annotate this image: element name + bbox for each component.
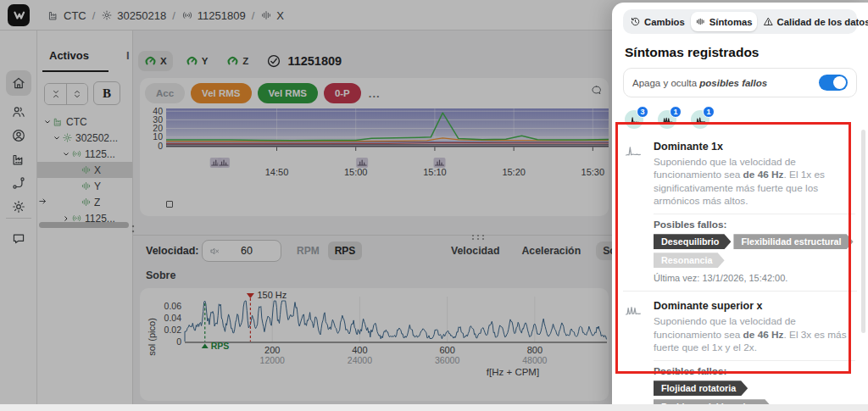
- waveform-icon: [81, 164, 92, 175]
- axis-toggle-z[interactable]: Z: [220, 51, 254, 71]
- tree-item-Z[interactable]: Z: [37, 194, 133, 210]
- chart-legend-toggle-icon[interactable]: [166, 201, 173, 208]
- measure-pill-0-p[interactable]: 0-P: [324, 83, 361, 103]
- speed-input[interactable]: [225, 244, 268, 258]
- more-options-button[interactable]: ...: [369, 87, 381, 100]
- symptom-chip-spectrum-multi[interactable]: 1: [658, 106, 682, 129]
- tree-item-Y[interactable]: Y: [37, 178, 133, 194]
- home-icon: [11, 75, 26, 91]
- assets-panel: Activos I B CTC302502...1125...XYZ1125..…: [37, 31, 133, 411]
- tab-activos-underline: [42, 70, 108, 72]
- gauge-icon: [226, 55, 239, 68]
- tree-toolbar: [44, 83, 88, 105]
- possible-failures-toggle-card: Apaga y oculta posibles fallos: [623, 68, 857, 97]
- symptom-chip-spectrum-2x[interactable]: 1: [691, 106, 715, 129]
- unit-option-rps[interactable]: RPS: [328, 242, 363, 260]
- factory-icon: [11, 152, 26, 167]
- check-circle-icon: [266, 53, 281, 69]
- chevron-down-icon[interactable]: [42, 118, 53, 126]
- tab-partial[interactable]: I: [126, 49, 130, 62]
- panel-tab-cambios[interactable]: Cambios: [626, 12, 689, 31]
- rail-item-chat[interactable]: [6, 226, 31, 252]
- rail-item-route[interactable]: [6, 170, 31, 196]
- tree-horizontal-scrollbar[interactable]: [39, 222, 129, 228]
- breadcrumb-item[interactable]: CTC: [47, 9, 86, 22]
- comment-button[interactable]: [590, 84, 603, 97]
- rail-item-users[interactable]: [6, 99, 31, 125]
- failure-tags: DesequilibrioFlexibilidad estructuralRes…: [654, 234, 855, 268]
- failure-tag[interactable]: Resonancia: [654, 253, 725, 268]
- route-icon: [11, 175, 26, 191]
- waveform-icon: [81, 197, 92, 208]
- users-icon: [11, 104, 26, 119]
- axis-toggle-y[interactable]: Y: [180, 51, 214, 71]
- collapse-all-button[interactable]: [45, 84, 66, 104]
- unit-option-rpm[interactable]: RPM: [290, 242, 326, 260]
- svg-text:0.06: 0.06: [164, 301, 182, 311]
- chevron-right-icon[interactable]: [61, 214, 71, 223]
- gauge-icon: [144, 55, 157, 68]
- chevron-down-icon[interactable]: [61, 150, 71, 158]
- symptom-chip-spectrum-1x[interactable]: 3: [625, 106, 648, 129]
- possible-failures-label: Posibles fallos:: [654, 219, 855, 230]
- breadcrumb: CTC/30250218/11251809/X: [47, 0, 284, 31]
- view-tab-aceleración[interactable]: Aceleración: [515, 242, 587, 260]
- svg-text:0: 0: [158, 141, 163, 151]
- tree-item-1125[interactable]: 1125...: [37, 146, 133, 162]
- rail-item-user-circle[interactable]: [6, 123, 31, 148]
- rail-item-factory[interactable]: [6, 147, 31, 172]
- tree-item-CTC[interactable]: CTC: [37, 114, 133, 130]
- symptom-title: Dominante 1x: [654, 141, 855, 153]
- symptom-card[interactable]: Dominante superior xSuponiendo que la ve…: [623, 291, 857, 411]
- failure-tag[interactable]: Desequilibrio: [654, 234, 731, 249]
- svg-text:0: 0: [176, 336, 181, 347]
- possible-failures-toggle[interactable]: [819, 75, 848, 91]
- trend-chart-card: AccVel RMSVel RMS0-P... 40302010014:5015…: [140, 78, 609, 216]
- measure-pill-vel-rms[interactable]: Vel RMS: [191, 83, 251, 103]
- panel-resize-handle[interactable]: [131, 222, 136, 237]
- tree-item-302502[interactable]: 302502...: [37, 130, 133, 146]
- brand-logo[interactable]: [8, 4, 30, 26]
- breadcrumb-item[interactable]: 30250218: [101, 9, 166, 22]
- b-button[interactable]: B: [93, 81, 120, 105]
- view-tab-velocidad[interactable]: Velocidad: [444, 242, 506, 260]
- panel-tab-calidad-de-los-datos[interactable]: Calidad de los datos: [759, 12, 868, 31]
- chevron-down-icon[interactable]: [52, 134, 62, 142]
- svg-text:200: 200: [264, 345, 280, 355]
- svg-text:150 Hz: 150 Hz: [257, 290, 287, 300]
- rail-item-home[interactable]: [6, 70, 31, 96]
- measure-pill-acc[interactable]: Acc: [145, 83, 185, 103]
- breadcrumb-separator: /: [172, 9, 175, 22]
- antenna-icon: [181, 9, 193, 21]
- spectrum-1x-icon: [625, 142, 642, 159]
- breadcrumb-separator: /: [252, 9, 255, 22]
- panel-tab-síntomas[interactable]: Síntomas: [691, 12, 757, 31]
- breadcrumb-item[interactable]: 11251809: [181, 9, 246, 22]
- toggle-label: Apaga y oculta posibles fallos: [632, 78, 767, 88]
- failure-tag[interactable]: Flojidad rotatoria: [654, 380, 748, 396]
- panel-heading: Síntomas registrados: [625, 45, 855, 60]
- splitter-grip[interactable]: [471, 229, 485, 244]
- failure-tag[interactable]: Flexibilidad estructural: [733, 234, 853, 249]
- spectrum-chart-svg[interactable]: 0.060.040.020200120004002400060036000800…: [140, 288, 609, 401]
- factory-icon: [47, 9, 59, 21]
- chevron-down-icon: [62, 150, 70, 158]
- factory-icon: [53, 116, 64, 127]
- measure-pills: AccVel RMSVel RMS0-P...: [145, 83, 381, 103]
- rail-item-gear[interactable]: [6, 194, 31, 219]
- tree-item-X[interactable]: X: [37, 162, 133, 178]
- symptom-card[interactable]: Dominante 1xSuponiendo que la velocidad …: [623, 132, 857, 291]
- panel-scrollbar[interactable]: [861, 130, 865, 333]
- speed-input-box[interactable]: [202, 240, 281, 262]
- measure-pill-vel-rms[interactable]: Vel RMS: [258, 83, 318, 103]
- axis-toggle-row: XYZ11251809: [138, 51, 342, 71]
- breadcrumb-item[interactable]: X: [260, 9, 284, 22]
- axis-toggle-x[interactable]: X: [138, 51, 173, 71]
- symptom-description: Suponiendo que la velocidad de funcionam…: [654, 156, 855, 208]
- tab-activos[interactable]: Activos: [49, 49, 89, 62]
- expand-all-button[interactable]: [66, 84, 87, 104]
- trend-chart-svg[interactable]: 40302010014:5015:0015:1015:2015:30: [140, 103, 609, 216]
- chevron-down-icon: [43, 118, 52, 126]
- brand-logo-icon: [10, 7, 27, 24]
- gear-icon: [101, 9, 113, 21]
